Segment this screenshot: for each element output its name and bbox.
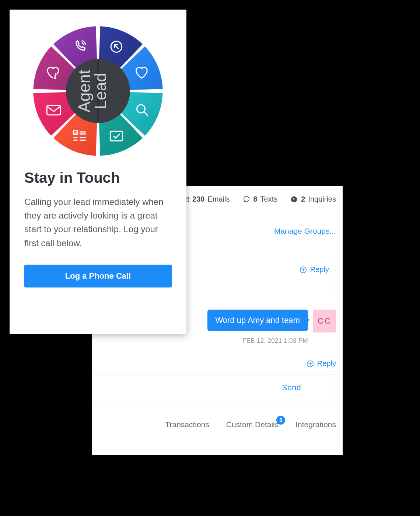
globe-icon (290, 195, 298, 203)
svg-point-3 (248, 199, 248, 199)
stat-emails[interactable]: 230 Emails (181, 195, 230, 203)
message-bubble: Word up Amy and team (207, 310, 308, 331)
tab-custom-details[interactable]: Custom Details 5 (226, 420, 279, 429)
card-body: Calling your lead immediately when they … (24, 195, 172, 250)
reply-label-1: Reply (310, 265, 329, 274)
chat-icon (242, 195, 250, 203)
hub-right-label: Lead (91, 73, 109, 109)
stay-in-touch-card: Agent Lead (10, 10, 186, 334)
card-title: Stay in Touch (24, 170, 172, 186)
tabs-row: Transactions Custom Details 5 Integratio… (92, 420, 336, 429)
stat-emails-count: 230 (192, 195, 204, 203)
plus-circle-icon (306, 360, 314, 368)
hub-left-label: Agent (75, 69, 93, 112)
compose-input[interactable] (92, 374, 247, 401)
svg-point-1 (245, 199, 246, 199)
avatar: CC (313, 310, 336, 332)
send-button[interactable]: Send (247, 374, 336, 401)
stat-texts-count: 8 (253, 195, 257, 203)
stat-texts-label: Texts (260, 195, 278, 203)
stat-inquiries-count: 2 (301, 195, 305, 203)
stat-inquiries-label: Inquiries (308, 195, 336, 203)
reply-button-2[interactable]: Reply (306, 359, 336, 368)
stat-emails-label: Emails (207, 195, 230, 203)
stat-inquiries[interactable]: 2 Inquiries (290, 195, 336, 203)
svg-point-2 (246, 199, 247, 199)
log-phone-call-button[interactable]: Log a Phone Call (24, 265, 172, 287)
tab-custom-details-label: Custom Details (226, 420, 279, 429)
reply-button-1[interactable]: Reply (299, 265, 329, 274)
svg-point-9 (55, 78, 55, 79)
manage-groups-link[interactable]: Manage Groups... (274, 227, 336, 236)
message-timestamp: FEB 12, 2021 1:03 PM (92, 337, 308, 345)
compose-bar: Send (92, 374, 336, 401)
wheel-wrap: Agent Lead (24, 23, 172, 159)
tab-transactions[interactable]: Transactions (165, 420, 209, 429)
tab-integrations[interactable]: Integrations (295, 420, 336, 429)
agent-lead-wheel: Agent Lead (30, 23, 166, 159)
tab-badge: 5 (276, 416, 285, 425)
plus-circle-icon (299, 266, 307, 274)
stat-texts[interactable]: 8 Texts (242, 195, 277, 203)
reply-label-2: Reply (317, 359, 336, 368)
